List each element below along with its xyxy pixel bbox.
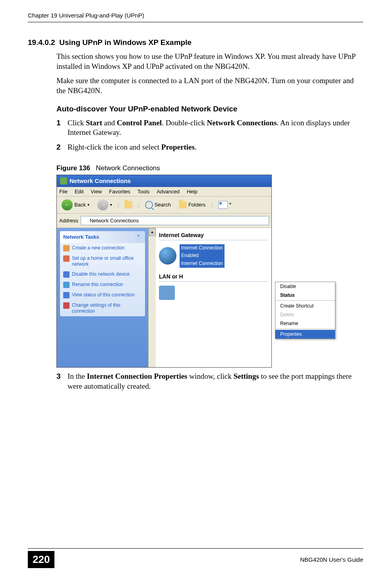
network-tasks-header[interactable]: Network Tasks ⌃ <box>60 231 145 243</box>
menu-advanced[interactable]: Advanced <box>157 189 180 195</box>
menu-help[interactable]: Help <box>187 189 197 195</box>
connection-label: Internet Connection Enabled Internet Con… <box>180 244 225 268</box>
menu-tools[interactable]: Tools <box>137 189 149 195</box>
menu-favorites[interactable]: Favorites <box>109 189 130 195</box>
task-change-settings[interactable]: Change settings of this connection <box>60 300 145 316</box>
folders-icon <box>179 201 187 208</box>
back-icon: ← <box>62 199 73 210</box>
task-setup-network[interactable]: Set up a home or small office network <box>60 253 145 269</box>
window-titlebar[interactable]: Network Connections <box>57 175 271 187</box>
lan-icon <box>159 286 175 300</box>
step-2: 2 Right-click the icon and select Proper… <box>56 142 363 152</box>
menu-view[interactable]: View <box>91 189 102 195</box>
up-button[interactable] <box>122 201 135 209</box>
side-panel: Network Tasks ⌃ Create a new connection … <box>57 228 148 367</box>
chapter-header: Chapter 19 Universal Plug-and-Play (UPnP… <box>28 0 363 22</box>
task-view-status[interactable]: View status of this connection <box>60 290 145 300</box>
step-3-number: 3 <box>56 372 68 391</box>
address-input[interactable]: Network Connections <box>81 216 269 225</box>
task-rename-connection[interactable]: Rename this connection <box>60 280 145 290</box>
step-1: 1 Click Start and Control Panel. Double-… <box>56 118 363 138</box>
rename-icon <box>63 282 70 288</box>
section-heading: 19.4.0.2 Using UPnP in Windows XP Exampl… <box>28 38 363 47</box>
section-number: 19.4.0.2 <box>28 38 55 47</box>
network-tasks-box: Network Tasks ⌃ Create a new connection … <box>60 231 145 316</box>
menu-file[interactable]: File <box>59 189 68 195</box>
step-1-number: 1 <box>56 118 68 138</box>
folder-up-icon <box>124 201 132 208</box>
collapse-icon[interactable]: ⌃ <box>135 234 142 241</box>
task-create-connection[interactable]: Create a new connection <box>60 243 145 253</box>
internet-connection-item[interactable]: Internet Connection Enabled Internet Con… <box>159 244 268 268</box>
sub-heading: Auto-discover Your UPnP-enabled Network … <box>56 105 363 113</box>
forward-button[interactable]: → ▾ <box>95 199 114 211</box>
group-lan: LAN or H <box>159 273 268 280</box>
step-3: 3 In the Internet Connection Properties … <box>56 372 363 391</box>
status-icon <box>63 292 70 298</box>
address-label: Address <box>59 218 78 224</box>
views-button[interactable] <box>216 200 234 210</box>
search-icon <box>145 201 153 209</box>
task-disable-device[interactable]: Disable this network device <box>60 269 145 280</box>
step-3-text: In the Internet Connection Properties wi… <box>68 372 363 391</box>
context-rename[interactable]: Rename <box>275 319 335 328</box>
window-icon <box>60 177 67 185</box>
step-2-number: 2 <box>56 142 68 152</box>
main-pane: Internet Gateway Internet Connection Ena… <box>156 228 271 367</box>
globe-icon <box>159 247 176 265</box>
dropdown-icon[interactable]: ▾ <box>110 202 112 207</box>
forward-icon: → <box>97 199 108 210</box>
context-properties[interactable]: Properties <box>275 330 335 339</box>
context-disable[interactable]: Disable <box>275 282 335 291</box>
toolbar: ← Back ▾ → ▾ | | Search Folders | <box>57 197 271 214</box>
content-area: Network Tasks ⌃ Create a new connection … <box>57 228 271 367</box>
folders-button[interactable]: Folders <box>176 201 208 209</box>
settings-icon <box>63 302 70 309</box>
address-icon <box>83 218 88 223</box>
page-number: 220 <box>28 551 54 568</box>
address-bar: Address Network Connections <box>57 214 271 228</box>
paragraph-1: This section shows you how to use the UP… <box>56 52 363 71</box>
context-delete: Delete <box>275 310 335 319</box>
dropdown-icon[interactable]: ▾ <box>87 202 89 207</box>
context-create-shortcut[interactable]: Create Shortcut <box>275 302 335 310</box>
search-button[interactable]: Search <box>143 200 173 210</box>
step-1-text: Click Start and Control Panel. Double-cl… <box>68 118 363 138</box>
step-2-text: Right-click the icon and select Properti… <box>68 142 363 152</box>
group-internet-gateway: Internet Gateway <box>159 232 268 238</box>
section-title: Using UPnP in Windows XP Example <box>59 38 192 47</box>
context-menu: Disable Status Create Shortcut Delete Re… <box>275 282 335 339</box>
scroll-up-icon[interactable]: ▲ <box>149 228 156 236</box>
paragraph-2: Make sure the computer is connected to a… <box>56 76 363 95</box>
network-setup-icon <box>63 255 70 262</box>
menubar: File Edit View Favorites Tools Advanced … <box>57 187 271 197</box>
figure-caption: Figure 136 Network Connections <box>56 164 363 172</box>
window-title: Network Connections <box>70 177 131 184</box>
back-button[interactable]: ← Back ▾ <box>59 199 92 211</box>
scrollbar[interactable]: ▲ <box>148 228 156 367</box>
disable-icon <box>63 271 70 278</box>
wizard-icon <box>63 245 70 251</box>
context-status[interactable]: Status <box>275 291 335 300</box>
lan-connection-item[interactable] <box>159 286 268 300</box>
footer-guide: NBG420N User's Guide <box>300 556 363 563</box>
menu-edit[interactable]: Edit <box>75 189 83 195</box>
page-footer: 220 NBG420N User's Guide <box>28 548 363 568</box>
views-icon <box>218 201 228 209</box>
screenshot-network-connections: Network Connections File Edit View Favor… <box>56 175 272 368</box>
address-value: Network Connections <box>90 218 139 224</box>
